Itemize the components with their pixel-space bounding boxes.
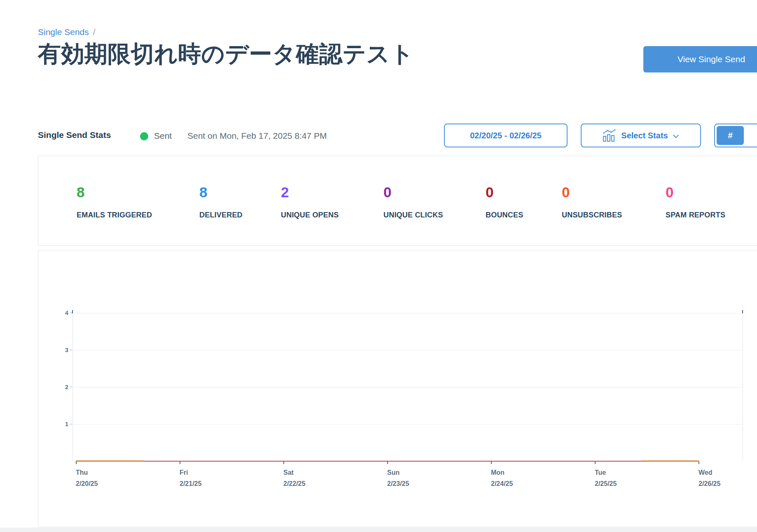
day-date: 2/20/25 [76, 480, 98, 488]
x-axis-label: Sat 2/22/25 [283, 469, 305, 488]
day-name: Wed [699, 469, 720, 476]
plot-right-edge [743, 313, 743, 461]
select-stats-label: Select Stats [621, 131, 668, 140]
x-axis-label: Mon 2/24/25 [491, 469, 513, 488]
metric-label: UNIQUE CLICKS [383, 211, 443, 219]
chart-stats-icon [603, 129, 617, 142]
stats-line-chart: 4 3 2 1 Thu 2/20/25 Fri 2/21/25 [38, 250, 757, 527]
y-axis-tick [70, 350, 72, 350]
day-name: Tue [595, 469, 617, 476]
metric-label: DELIVERED [199, 211, 243, 219]
stats-section-title: Single Send Stats [38, 130, 111, 140]
breadcrumb-separator: / [93, 27, 96, 37]
day-date: 2/22/25 [283, 480, 305, 488]
single-send-stats-page: Single Sends/ 有効期限切れ時のデータ確認テスト View Sing… [0, 0, 757, 532]
metric-value: 8 [199, 185, 207, 199]
x-axis-tick [595, 462, 596, 464]
metric-value: 0 [486, 185, 493, 199]
day-name: Thu [76, 469, 98, 476]
metric-value: 0 [666, 185, 673, 199]
x-axis-label: Sun 2/23/25 [387, 469, 409, 488]
series-orange-line-segment [76, 460, 143, 461]
y-axis-tick-label: 4 [52, 309, 68, 316]
sent-status-label: Sent [154, 131, 172, 141]
sent-timestamp: Sent on Mon, Feb 17, 2025 8:47 PM [187, 131, 327, 141]
page-title: 有効期限切れ時のデータ確認テスト [38, 39, 414, 70]
axis-corner-tick [72, 310, 73, 313]
metric-label: BOUNCES [486, 211, 523, 219]
day-name: Fri [180, 469, 201, 476]
y-axis-tick-label: 2 [52, 383, 68, 390]
x-axis-tick [387, 462, 388, 464]
y-axis-tick [70, 387, 72, 387]
chevron-down-icon [673, 131, 679, 140]
sent-status-dot-icon [140, 132, 148, 140]
gridline [72, 313, 743, 313]
breadcrumb: Single Sends/ [38, 27, 96, 37]
gridline [72, 387, 743, 387]
day-date: 2/21/25 [180, 480, 201, 488]
y-axis-tick-label: 3 [52, 346, 68, 353]
day-date: 2/26/25 [699, 480, 720, 488]
x-axis-label: Thu 2/20/25 [76, 469, 98, 488]
metrics-summary-card: 8 EMAILS TRIGGERED 8 DELIVERED 2 UNIQUE … [38, 156, 757, 246]
x-axis-tick [699, 462, 699, 464]
metric-value: 0 [383, 185, 391, 199]
metric-label: EMAILS TRIGGERED [77, 211, 152, 219]
x-axis-label: Wed 2/26/25 [699, 469, 720, 488]
x-axis-tick [76, 462, 77, 464]
number-toggle-option[interactable]: # [717, 126, 744, 145]
metric-value: 0 [562, 185, 570, 199]
metric-label: SPAM REPORTS [666, 211, 725, 219]
y-axis-tick-label: 1 [52, 420, 68, 427]
day-name: Sat [283, 469, 305, 476]
metric-value: 8 [77, 185, 84, 199]
x-axis-tick [491, 462, 492, 464]
gridline [72, 350, 743, 350]
date-range-button[interactable]: 02/20/25 - 02/26/25 [444, 124, 568, 147]
select-stats-dropdown[interactable]: Select Stats [581, 124, 701, 147]
x-axis-tick [283, 462, 284, 464]
axis-corner-tick [742, 310, 743, 313]
number-percent-toggle[interactable]: # [714, 124, 757, 147]
metric-value: 2 [281, 185, 289, 199]
day-date: 2/25/25 [595, 480, 617, 488]
series-orange-line-segment [642, 460, 699, 461]
day-date: 2/24/25 [491, 480, 513, 488]
plot-left-edge [72, 313, 73, 461]
x-axis-label: Fri 2/21/25 [180, 469, 201, 488]
page-bottom-strip [0, 527, 757, 532]
x-axis-label: Tue 2/25/25 [595, 469, 617, 488]
metric-label: UNIQUE OPENS [281, 211, 339, 219]
breadcrumb-single-sends-link[interactable]: Single Sends [38, 27, 89, 37]
day-name: Sun [387, 469, 409, 476]
day-name: Mon [491, 469, 513, 476]
metric-label: UNSUBSCRIBES [562, 211, 622, 219]
gridline [72, 424, 743, 425]
day-date: 2/23/25 [387, 480, 409, 488]
x-axis-tick [180, 462, 180, 464]
y-axis-tick [70, 424, 72, 425]
date-range-label: 02/20/25 - 02/26/25 [470, 131, 541, 140]
view-single-send-button[interactable]: View Single Send [643, 46, 757, 72]
